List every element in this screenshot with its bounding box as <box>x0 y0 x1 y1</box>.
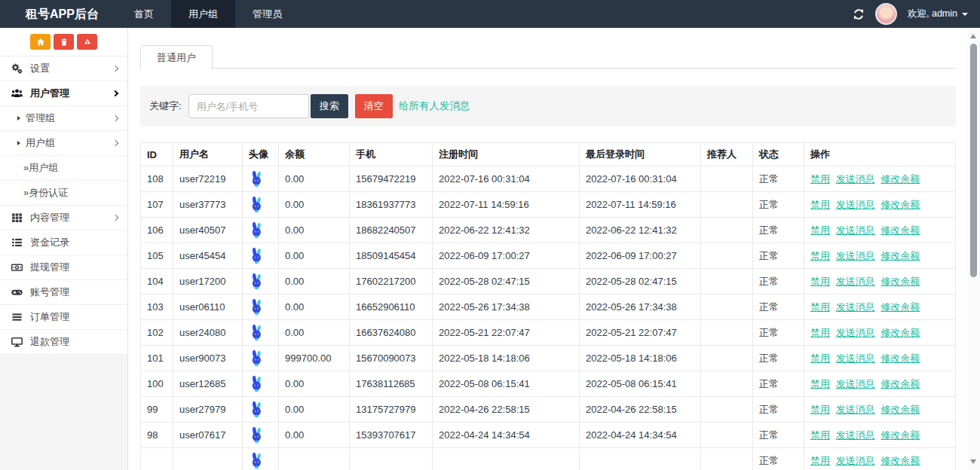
keyword-input[interactable] <box>188 94 309 118</box>
navbar-right: 欢迎, admin <box>853 0 980 28</box>
send-message-link[interactable]: 发送消息 <box>836 404 875 415</box>
cell-balance: 0.00 <box>279 243 350 269</box>
avatar[interactable] <box>875 3 897 25</box>
cell-username: user45454 <box>173 243 243 269</box>
cell-operations: 禁用 发送消息 修改余额 <box>804 166 956 192</box>
tab-normal-users[interactable]: 普通用户 <box>140 45 213 70</box>
disable-link[interactable]: 禁用 <box>810 378 830 389</box>
modify-balance-link[interactable]: 修改余额 <box>880 378 920 389</box>
broadcast-link[interactable]: 给所有人发消息 <box>399 99 470 113</box>
sidebar-item-3[interactable]: 用户组 <box>0 131 127 156</box>
recycle-button[interactable] <box>77 34 97 50</box>
modify-balance-link[interactable]: 修改余额 <box>880 224 920 236</box>
sidebar-item-9[interactable]: 账号管理 <box>0 280 127 305</box>
modify-balance-link[interactable]: 修改余额 <box>880 173 920 185</box>
cell-username: user27979 <box>173 397 243 423</box>
nav-tab-1[interactable]: 用户组 <box>171 0 235 28</box>
table-row: 100 user12685 0.00 17638112685 2022-05-0… <box>141 371 956 397</box>
modify-balance-link[interactable]: 修改余额 <box>880 352 920 364</box>
send-message-link[interactable]: 发送消息 <box>836 455 875 466</box>
sidebar-item-2[interactable]: 管理组 <box>0 106 127 131</box>
modify-balance-link[interactable]: 修改余额 <box>880 404 920 415</box>
modify-balance-link[interactable]: 修改余额 <box>880 250 920 261</box>
cell-phone <box>350 448 433 470</box>
sidebar-item-6[interactable]: 内容管理 <box>0 206 127 230</box>
cell-status: 正常 <box>753 448 804 470</box>
send-message-link[interactable]: 发送消息 <box>836 327 875 338</box>
cell-id: 107 <box>141 192 173 218</box>
cell-phone: 16637624080 <box>350 320 433 346</box>
disable-link[interactable]: 禁用 <box>810 429 830 441</box>
modify-balance-link[interactable]: 修改余额 <box>880 429 920 441</box>
sidebar-item-1[interactable]: 用户管理 <box>0 81 127 106</box>
sidebar-item-4[interactable]: »用户组 <box>0 156 127 181</box>
scroll-down-arrow-icon[interactable] <box>970 459 976 464</box>
cell-avatar <box>243 243 279 269</box>
sidebar-item-5[interactable]: »身份认证 <box>0 181 127 206</box>
disable-link[interactable]: 禁用 <box>810 455 830 466</box>
sidebar-item-8[interactable]: 提现管理 <box>0 255 127 280</box>
sidebar-item-10[interactable]: 订单管理 <box>0 305 127 330</box>
send-message-link[interactable]: 发送消息 <box>836 224 875 236</box>
nav-tab-0[interactable]: 首页 <box>117 0 171 28</box>
modify-balance-link[interactable]: 修改余额 <box>880 327 920 338</box>
modify-balance-link[interactable]: 修改余额 <box>880 276 920 287</box>
cell-operations: 禁用 发送消息 修改余额 <box>804 371 956 397</box>
cell-phone: 13175727979 <box>350 397 433 423</box>
cell-avatar <box>243 423 279 448</box>
cell-balance: 0.00 <box>279 371 350 397</box>
top-navbar: 租号APP后台 首页用户组管理员 欢迎, admin <box>0 0 980 28</box>
search-button[interactable]: 搜索 <box>311 94 348 118</box>
refresh-icon[interactable] <box>853 8 865 20</box>
disable-link[interactable]: 禁用 <box>810 352 830 364</box>
clear-button[interactable]: 清空 <box>355 94 393 118</box>
nav-tab-2[interactable]: 管理员 <box>235 0 299 28</box>
sidebar-item-7[interactable]: 资金记录 <box>0 230 127 255</box>
cell-last-login: 2022-04-24 14:34:54 <box>580 423 701 448</box>
cell-username: user90073 <box>173 346 243 371</box>
disable-link[interactable]: 禁用 <box>810 224 830 236</box>
welcome-dropdown[interactable]: 欢迎, admin <box>908 8 968 20</box>
send-message-link[interactable]: 发送消息 <box>836 199 875 210</box>
disable-link[interactable]: 禁用 <box>810 276 830 287</box>
cell-status: 正常 <box>753 243 804 269</box>
send-message-link[interactable]: 发送消息 <box>836 173 875 185</box>
modify-balance-link[interactable]: 修改余额 <box>880 199 920 210</box>
send-message-link[interactable]: 发送消息 <box>836 301 875 313</box>
cell-avatar <box>243 397 279 423</box>
desktop-icon <box>11 336 23 348</box>
cell-last-login: 2022-05-18 14:18:06 <box>580 346 701 371</box>
page-scrollbar[interactable] <box>967 28 980 470</box>
modify-balance-link[interactable]: 修改余额 <box>880 301 920 313</box>
cell-username: user06110 <box>173 295 243 320</box>
scrollbar-thumb[interactable] <box>970 44 977 277</box>
sidebar-item-0[interactable]: 设置 <box>0 56 127 81</box>
disable-link[interactable]: 禁用 <box>810 199 830 210</box>
trash-button[interactable] <box>54 34 74 50</box>
chevron-right-icon <box>112 215 118 221</box>
sidebar-item-11[interactable]: 退款管理 <box>0 330 127 355</box>
send-message-link[interactable]: 发送消息 <box>836 429 875 441</box>
cell-last-login <box>580 448 701 470</box>
disable-link[interactable]: 禁用 <box>810 327 830 338</box>
cell-operations: 禁用 发送消息 修改余额 <box>804 423 956 448</box>
chevron-right-icon <box>112 66 118 72</box>
send-message-link[interactable]: 发送消息 <box>836 378 875 389</box>
cell-avatar <box>243 371 279 397</box>
disable-link[interactable]: 禁用 <box>810 301 830 313</box>
table-header-row: ID用户名头像余额手机注册时间最后登录时间推荐人状态操作 <box>141 143 956 166</box>
cell-referrer <box>701 423 753 448</box>
sidebar-item-label: »用户组 <box>23 161 58 175</box>
send-message-link[interactable]: 发送消息 <box>836 276 875 287</box>
disable-link[interactable]: 禁用 <box>810 250 830 261</box>
home-button[interactable] <box>30 34 51 50</box>
disable-link[interactable]: 禁用 <box>810 173 830 185</box>
cell-status: 正常 <box>753 166 804 192</box>
send-message-link[interactable]: 发送消息 <box>836 250 875 261</box>
scroll-up-arrow-icon[interactable] <box>970 34 976 38</box>
send-message-link[interactable]: 发送消息 <box>836 352 875 364</box>
disable-link[interactable]: 禁用 <box>810 404 830 415</box>
column-header-3: 余额 <box>279 143 350 166</box>
modify-balance-link[interactable]: 修改余额 <box>880 455 920 466</box>
sidebar-menu: 设置用户管理管理组用户组»用户组»身份认证内容管理资金记录提现管理账号管理订单管… <box>0 56 127 355</box>
